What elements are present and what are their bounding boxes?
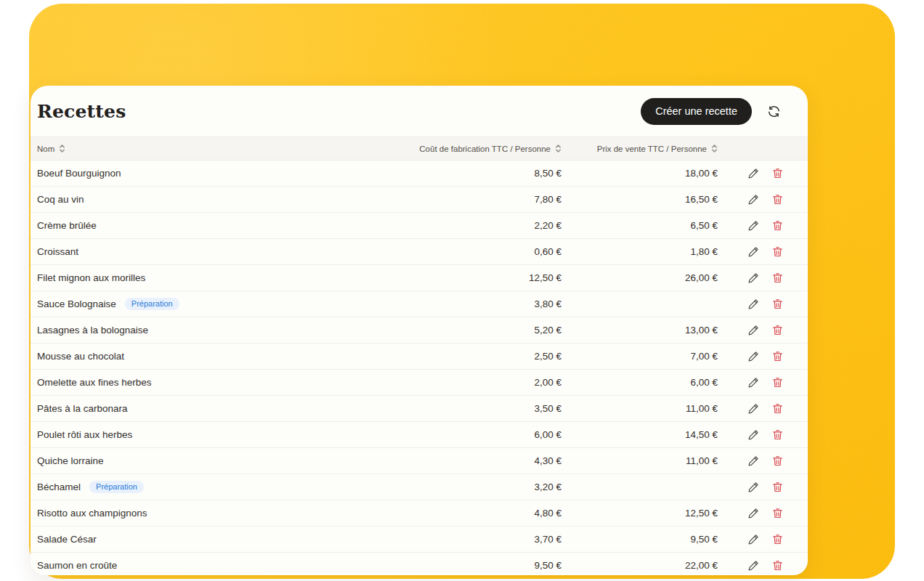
- delete-button[interactable]: [770, 402, 785, 416]
- table-row[interactable]: Risotto aux champignons 4,80 € 12,50 €: [31, 500, 808, 527]
- table-row[interactable]: Omelette aux fines herbes 2,00 € 6,00 €: [31, 370, 808, 396]
- table-row[interactable]: Crème brûlée 2,20 € 6,50 €: [31, 213, 808, 239]
- delete-button[interactable]: [770, 454, 785, 468]
- refresh-button[interactable]: [764, 102, 783, 121]
- edit-button[interactable]: [746, 166, 761, 181]
- delete-button[interactable]: [770, 245, 785, 259]
- delete-trash-icon: [771, 559, 784, 572]
- edit-button[interactable]: [746, 219, 761, 233]
- cost-cell: 2,50 €: [389, 351, 563, 362]
- recipe-name: Sauce Bolognaise: [37, 298, 116, 309]
- column-header-nom[interactable]: Nom: [31, 144, 389, 153]
- price-cell: 18,00 €: [563, 168, 719, 179]
- edit-button[interactable]: [746, 349, 761, 364]
- edit-button[interactable]: [746, 375, 761, 390]
- edit-pencil-icon: [747, 455, 760, 467]
- sort-icon: [59, 144, 65, 153]
- edit-button[interactable]: [746, 454, 761, 468]
- edit-pencil-icon: [747, 324, 760, 336]
- delete-button[interactable]: [770, 480, 785, 495]
- table-row[interactable]: Salade César 3,70 € 9,50 €: [31, 527, 808, 553]
- delete-trash-icon: [771, 455, 784, 467]
- delete-trash-icon: [771, 245, 784, 258]
- table-row[interactable]: Croissant 0,60 € 1,80 €: [31, 239, 808, 265]
- delete-button[interactable]: [770, 375, 785, 390]
- table-row[interactable]: Lasagnes à la bolognaise 5,20 € 13,00 €: [31, 317, 808, 344]
- cost-cell: 3,80 €: [389, 298, 563, 309]
- row-actions: [719, 532, 808, 547]
- table-row[interactable]: Poulet rôti aux herbes 6,00 € 14,50 €: [31, 422, 808, 448]
- delete-button[interactable]: [770, 323, 785, 338]
- table-row[interactable]: Pâtes à la carbonara 3,50 € 11,00 €: [31, 396, 808, 422]
- recipe-name-cell: Crème brûlée: [31, 220, 389, 231]
- delete-button[interactable]: [770, 271, 785, 285]
- edit-button[interactable]: [746, 271, 761, 285]
- edit-button[interactable]: [746, 506, 761, 521]
- price-cell: 1,80 €: [563, 246, 719, 257]
- edit-button[interactable]: [746, 532, 761, 547]
- column-header-nom-label: Nom: [37, 145, 54, 153]
- edit-button[interactable]: [746, 323, 761, 338]
- price-cell: 12,50 €: [563, 508, 719, 519]
- table-row[interactable]: Filet mignon aux morilles 12,50 € 26,00 …: [31, 265, 808, 291]
- recipe-name: Boeuf Bourguignon: [37, 168, 121, 179]
- column-header-prix[interactable]: Prix de vente TTC / Personne: [563, 144, 719, 153]
- recipe-name-cell: Filet mignon aux morilles: [31, 272, 389, 283]
- row-actions: [719, 375, 808, 390]
- recipe-name-cell: Salade César: [31, 534, 389, 545]
- edit-button[interactable]: [746, 402, 761, 416]
- recipe-name-cell: Poulet rôti aux herbes: [31, 429, 389, 440]
- edit-button[interactable]: [746, 480, 761, 495]
- delete-trash-icon: [771, 350, 784, 362]
- delete-button[interactable]: [770, 558, 785, 573]
- delete-button[interactable]: [770, 506, 785, 521]
- recipe-name: Lasagnes à la bolognaise: [37, 325, 148, 336]
- recipe-name: Quiche lorraine: [37, 455, 104, 466]
- table-row[interactable]: Mousse au chocolat 2,50 € 7,00 €: [31, 344, 808, 370]
- edit-button[interactable]: [746, 558, 761, 573]
- create-recipe-button[interactable]: Créer une recette: [641, 98, 752, 125]
- table-row[interactable]: Béchamel Préparation 3,20 €: [31, 474, 808, 500]
- cost-cell: 3,70 €: [389, 534, 563, 545]
- delete-button[interactable]: [770, 192, 785, 207]
- table-row[interactable]: Boeuf Bourguignon 8,50 € 18,00 €: [31, 161, 808, 187]
- sort-icon: [555, 144, 562, 153]
- table-row[interactable]: Sauce Bolognaise Préparation 3,80 €: [31, 291, 808, 317]
- delete-trash-icon: [771, 167, 784, 179]
- table-row[interactable]: Coq au vin 7,80 € 16,50 €: [31, 187, 808, 213]
- edit-pencil-icon: [747, 559, 760, 572]
- recipe-name: Coq au vin: [37, 194, 84, 205]
- edit-button[interactable]: [746, 428, 761, 442]
- sort-icon: [711, 144, 718, 153]
- row-actions: [719, 219, 808, 233]
- table-row[interactable]: Quiche lorraine 4,30 € 11,00 €: [31, 448, 808, 474]
- page-title: Recettes: [37, 101, 126, 122]
- recipe-name-cell: Sauce Bolognaise Préparation: [31, 298, 389, 310]
- panel-header: Recettes Créer une recette: [31, 86, 808, 137]
- edit-button[interactable]: [746, 245, 761, 259]
- cost-cell: 3,20 €: [389, 482, 563, 492]
- column-header-cout[interactable]: Coût de fabrication TTC / Personne: [389, 144, 563, 153]
- recipe-name-cell: Croissant: [31, 246, 389, 257]
- delete-button[interactable]: [770, 532, 785, 547]
- edit-pencil-icon: [747, 533, 760, 545]
- edit-button[interactable]: [746, 297, 761, 312]
- recipe-name: Risotto aux champignons: [37, 508, 147, 519]
- row-actions: [719, 271, 808, 285]
- delete-button[interactable]: [770, 428, 785, 442]
- delete-button[interactable]: [770, 219, 785, 233]
- table-row[interactable]: Saumon en croûte 9,50 € 22,00 €: [31, 553, 808, 575]
- recipe-name-cell: Lasagnes à la bolognaise: [31, 325, 389, 336]
- edit-button[interactable]: [746, 192, 761, 207]
- delete-trash-icon: [771, 219, 784, 232]
- delete-button[interactable]: [770, 349, 785, 364]
- edit-pencil-icon: [747, 245, 760, 258]
- price-cell: 7,00 €: [563, 351, 719, 362]
- edit-pencil-icon: [747, 350, 760, 362]
- delete-button[interactable]: [770, 297, 785, 312]
- recipes-panel: Recettes Créer une recette Nom: [31, 86, 808, 575]
- delete-button[interactable]: [770, 166, 785, 181]
- price-cell: 22,00 €: [563, 560, 719, 571]
- delete-trash-icon: [771, 324, 784, 336]
- table-body: Boeuf Bourguignon 8,50 € 18,00 €: [31, 161, 808, 575]
